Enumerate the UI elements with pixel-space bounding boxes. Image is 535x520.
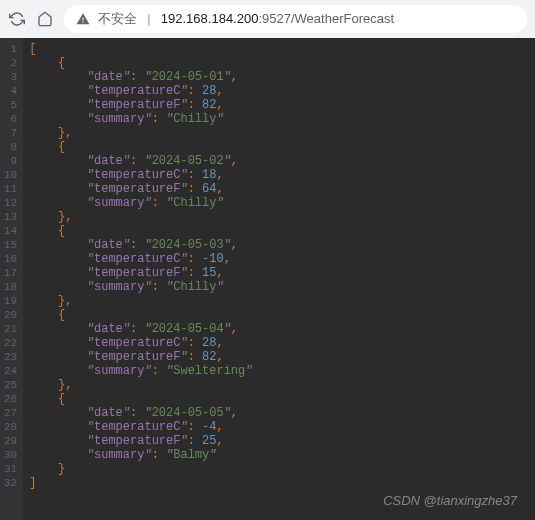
code-line: }, — [29, 126, 252, 140]
code-line: "summary": "Chilly" — [29, 280, 252, 294]
code-line: "temperatureF": 15, — [29, 266, 252, 280]
refresh-icon[interactable] — [8, 10, 26, 28]
code-line: "date": "2024-05-04", — [29, 322, 252, 336]
code-line: }, — [29, 210, 252, 224]
url-text: 192.168.184.200:9527/WeatherForecast — [161, 11, 394, 27]
code-line: [ — [29, 42, 252, 56]
code-line: "temperatureC": -4, — [29, 420, 252, 434]
address-divider: | — [145, 12, 153, 27]
code-line: }, — [29, 294, 252, 308]
code-line: "temperatureC": 18, — [29, 168, 252, 182]
code-line: { — [29, 224, 252, 238]
address-bar[interactable]: 不安全 | 192.168.184.200:9527/WeatherForeca… — [64, 5, 527, 33]
code-line: "summary": "Sweltering" — [29, 364, 252, 378]
code-line: ] — [29, 476, 252, 490]
code-line: "temperatureC": 28, — [29, 84, 252, 98]
code-line: } — [29, 462, 252, 476]
code-line: "temperatureC": -10, — [29, 252, 252, 266]
line-gutter: 1234567891011121314151617181920212223242… — [0, 38, 23, 520]
warning-icon — [76, 12, 90, 26]
security-label: 不安全 — [98, 10, 137, 28]
watermark: CSDN @tianxingzhe37 — [383, 493, 517, 508]
code-line: }, — [29, 378, 252, 392]
code-line: "date": "2024-05-05", — [29, 406, 252, 420]
home-icon[interactable] — [36, 10, 54, 28]
code-line: "temperatureF": 25, — [29, 434, 252, 448]
code-line: "temperatureF": 82, — [29, 350, 252, 364]
code-line: "date": "2024-05-03", — [29, 238, 252, 252]
code-line: "temperatureF": 64, — [29, 182, 252, 196]
code-line: "temperatureF": 82, — [29, 98, 252, 112]
code-line: "summary": "Chilly" — [29, 112, 252, 126]
code-line: { — [29, 140, 252, 154]
code-viewer: 1234567891011121314151617181920212223242… — [0, 38, 535, 520]
code-line: { — [29, 308, 252, 322]
browser-toolbar: 不安全 | 192.168.184.200:9527/WeatherForeca… — [0, 0, 535, 38]
code-line: "date": "2024-05-02", — [29, 154, 252, 168]
code-line: "temperatureC": 28, — [29, 336, 252, 350]
code-line: { — [29, 392, 252, 406]
code-line: "summary": "Chilly" — [29, 196, 252, 210]
code-line: "date": "2024-05-01", — [29, 70, 252, 84]
code-content[interactable]: [ { "date": "2024-05-01", "temperatureC"… — [23, 38, 252, 520]
code-line: "summary": "Balmy" — [29, 448, 252, 462]
code-line: { — [29, 56, 252, 70]
